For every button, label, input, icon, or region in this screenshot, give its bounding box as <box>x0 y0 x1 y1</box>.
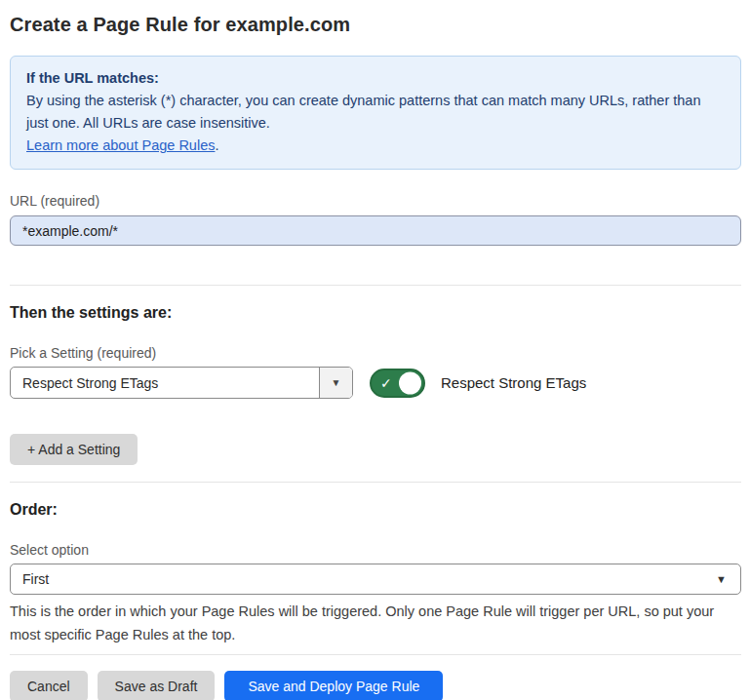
setting-select-value: Respect Strong ETags <box>11 375 319 391</box>
toggle-knob <box>399 371 421 394</box>
url-match-info-box: If the URL matches: By using the asteris… <box>10 56 741 170</box>
url-input[interactable] <box>10 215 741 246</box>
info-box-heading: If the URL matches: <box>26 67 725 90</box>
setting-select[interactable]: Respect Strong ETags ▼ <box>10 367 353 399</box>
page-title: Create a Page Rule for example.com <box>10 14 741 36</box>
order-select[interactable]: First ▼ <box>10 564 741 595</box>
url-label: URL (required) <box>10 193 741 209</box>
pick-setting-label: Pick a Setting (required) <box>10 345 741 361</box>
toggle-label: Respect Strong ETags <box>441 374 586 391</box>
setting-select-arrow-button[interactable]: ▼ <box>319 368 352 398</box>
check-icon: ✓ <box>380 375 392 389</box>
learn-more-link[interactable]: Learn more about Page Rules <box>26 137 215 153</box>
chevron-down-icon: ▼ <box>332 378 341 388</box>
setting-row: Respect Strong ETags ▼ ✓ Respect Strong … <box>10 367 741 399</box>
chevron-down-icon: ▼ <box>716 574 740 585</box>
select-option-label: Select option <box>10 542 741 558</box>
save-as-draft-button[interactable]: Save as Draft <box>98 671 216 700</box>
footer-divider <box>10 654 741 655</box>
settings-section-heading: Then the settings are: <box>10 304 741 322</box>
link-suffix-text: . <box>215 137 218 153</box>
info-box-body: By using the asterisk (*) character, you… <box>26 90 709 135</box>
order-section-heading: Order: <box>10 501 741 519</box>
save-and-deploy-button[interactable]: Save and Deploy Page Rule <box>224 671 443 700</box>
footer-button-row: Cancel Save as Draft Save and Deploy Pag… <box>10 671 741 700</box>
section-divider <box>10 482 741 483</box>
order-help-text: This is the order in which your Page Rul… <box>10 600 731 646</box>
add-setting-button[interactable]: + Add a Setting <box>10 434 138 465</box>
section-divider <box>10 285 741 286</box>
cancel-button[interactable]: Cancel <box>10 671 88 700</box>
respect-strong-etags-toggle[interactable]: ✓ <box>370 369 425 398</box>
info-box-link-line: Learn more about Page Rules. <box>26 135 725 157</box>
order-select-value: First <box>11 571 716 587</box>
create-page-rule-form: Create a Page Rule for example.com If th… <box>0 0 750 700</box>
